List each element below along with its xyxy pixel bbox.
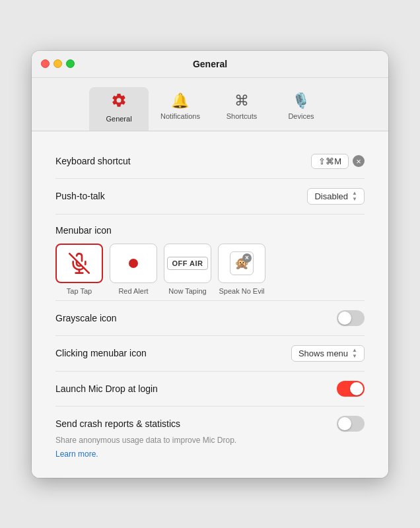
- icon-option-red-alert[interactable]: Red Alert: [110, 244, 157, 295]
- keyboard-shortcut-control[interactable]: ⇧⌘M: [311, 154, 365, 169]
- menubar-stepper-arrows: ▲ ▼: [352, 348, 357, 359]
- speak-x-badge: ×: [242, 253, 252, 263]
- grayscale-icon-label: Grayscale icon: [55, 313, 117, 323]
- stepper-arrows: ▲ ▼: [352, 191, 357, 202]
- icon-option-speak-no-evil[interactable]: 🙊 × Speak No Evil: [218, 244, 265, 295]
- app-window: General General 🔔 Notifications ⌘ Shortc…: [32, 51, 388, 478]
- tab-notifications[interactable]: 🔔 Notifications: [149, 87, 212, 131]
- speak-emoji-box: 🙊 ×: [230, 251, 254, 275]
- off-air-label: OFF AIR: [167, 257, 207, 270]
- tap-tap-label: Tap Tap: [67, 287, 92, 295]
- grayscale-icon-toggle[interactable]: [337, 310, 365, 326]
- minimize-button[interactable]: [53, 59, 62, 68]
- launch-at-login-row: Launch Mic Drop at login: [55, 372, 365, 407]
- close-button[interactable]: [41, 59, 50, 68]
- window-title: General: [193, 59, 227, 69]
- tab-bar: General 🔔 Notifications ⌘ Shortcuts 🎙️ D…: [32, 78, 388, 131]
- gear-icon: [111, 92, 127, 112]
- icon-option-tap-tap[interactable]: Tap Tap: [55, 244, 103, 295]
- traffic-lights: [41, 59, 75, 68]
- menubar-icon-section: Menubar icon Tap Tap: [55, 214, 365, 300]
- crash-reports-label: Send crash reports & statistics: [55, 418, 180, 429]
- tab-shortcuts-label: Shortcuts: [227, 112, 257, 120]
- tab-general-label: General: [106, 115, 131, 123]
- red-alert-label: Red Alert: [118, 287, 148, 295]
- keyboard-shortcut-label: Keyboard shortcut: [55, 156, 131, 166]
- tap-tap-box[interactable]: [55, 244, 103, 283]
- launch-toggle-knob: [350, 382, 363, 395]
- menubar-icon-title: Menubar icon: [55, 214, 365, 244]
- content-area: Keyboard shortcut ⇧⌘M Push-to-talk Disab…: [32, 131, 388, 478]
- speak-no-evil-label: Speak No Evil: [219, 287, 264, 295]
- maximize-button[interactable]: [66, 59, 75, 68]
- clicking-menubar-row: Clicking menubar icon Shows menu ▲ ▼: [55, 336, 365, 372]
- speak-no-evil-box[interactable]: 🙊 ×: [218, 244, 265, 283]
- shortcut-pill[interactable]: ⇧⌘M: [311, 154, 349, 169]
- tab-devices-label: Devices: [288, 112, 314, 120]
- clicking-menubar-value: Shows menu: [298, 348, 348, 358]
- now-taping-label: Now Taping: [168, 287, 206, 295]
- tab-devices[interactable]: 🎙️ Devices: [271, 87, 331, 131]
- crash-toggle-knob: [338, 417, 351, 430]
- titlebar: General: [32, 51, 388, 78]
- bell-icon: 🔔: [171, 92, 189, 110]
- grayscale-toggle-knob: [338, 312, 351, 325]
- keyboard-shortcut-row: Keyboard shortcut ⇧⌘M: [55, 145, 365, 179]
- launch-at-login-toggle[interactable]: [337, 381, 365, 397]
- crash-reports-section: Send crash reports & statistics Share an…: [55, 407, 365, 459]
- mic-icon: 🎙️: [292, 92, 310, 110]
- learn-more-link[interactable]: Learn more.: [55, 449, 98, 459]
- launch-at-login-label: Launch Mic Drop at login: [55, 383, 158, 394]
- crash-reports-row: Send crash reports & statistics: [55, 416, 365, 436]
- shortcut-clear-button[interactable]: [353, 155, 365, 167]
- tab-general[interactable]: General: [89, 87, 149, 131]
- icon-option-now-taping[interactable]: OFF AIR Now Taping: [164, 244, 211, 295]
- push-to-talk-row: Push-to-talk Disabled ▲ ▼: [55, 179, 365, 214]
- icon-options: Tap Tap Red Alert OFF AIR Now Taping: [55, 244, 365, 300]
- tab-shortcuts[interactable]: ⌘ Shortcuts: [212, 87, 271, 131]
- clicking-menubar-label: Clicking menubar icon: [55, 348, 147, 358]
- crash-reports-description: Share anonymous usage data to improve Mi…: [55, 436, 365, 447]
- push-to-talk-label: Push-to-talk: [55, 191, 105, 201]
- crash-reports-toggle[interactable]: [337, 416, 365, 432]
- push-to-talk-stepper[interactable]: Disabled ▲ ▼: [307, 188, 365, 205]
- grayscale-icon-row: Grayscale icon: [55, 301, 365, 336]
- tab-notifications-label: Notifications: [160, 112, 200, 120]
- push-to-talk-value: Disabled: [314, 191, 348, 201]
- shortcut-value: ⇧⌘M: [318, 156, 341, 166]
- red-alert-box[interactable]: [110, 244, 157, 283]
- now-taping-box[interactable]: OFF AIR: [164, 244, 211, 283]
- clicking-menubar-stepper[interactable]: Shows menu ▲ ▼: [291, 345, 365, 362]
- command-icon: ⌘: [234, 92, 249, 110]
